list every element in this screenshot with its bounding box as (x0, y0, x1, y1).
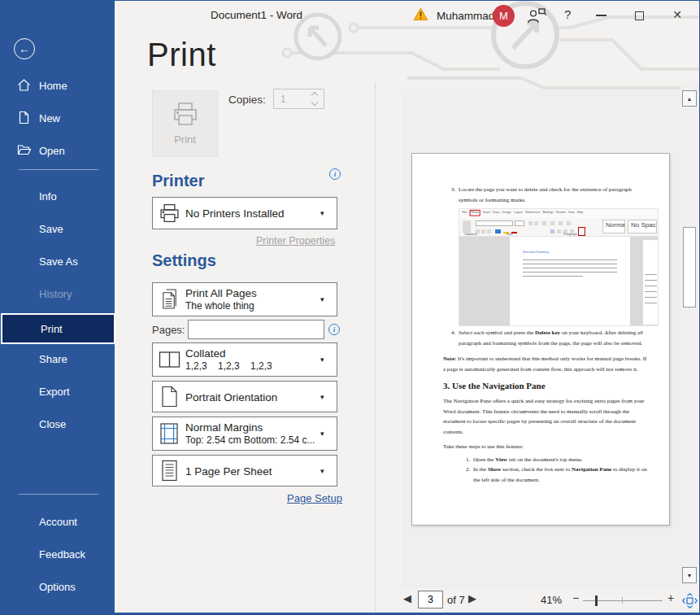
sidebar-item-print[interactable]: Print (1, 313, 115, 344)
sidebar-item-home[interactable]: Home (1, 71, 115, 100)
scroll-up-button[interactable]: ▲ (682, 90, 697, 107)
printer-section-heading: Printer (152, 172, 204, 190)
ribbon-tab: References (525, 210, 540, 216)
print-all-pages-icon (153, 288, 185, 311)
back-button[interactable]: ← (14, 38, 35, 59)
orientation-title: Portrait Orientation (185, 391, 277, 403)
home-icon (17, 78, 31, 94)
account-user-name[interactable]: Muhammad (437, 10, 494, 22)
page-title: Print (147, 37, 216, 73)
pages-label: Pages: (152, 324, 185, 336)
zoom-percent-label[interactable]: 41% (541, 594, 562, 606)
page-setup-link[interactable]: Page Setup (287, 492, 342, 504)
preview-page-content: 3. Locate the page you want to delete an… (412, 154, 669, 525)
scroll-up-icon: ▲ (687, 96, 693, 102)
mini-side-card (643, 240, 659, 325)
printer-properties-link: Printer Properties (256, 235, 335, 246)
sidebar-item-save-as[interactable]: Save As (1, 246, 115, 276)
printer-info-icon[interactable]: i (329, 168, 341, 180)
stepper-up-icon[interactable] (311, 92, 318, 98)
printer-icon (153, 203, 185, 223)
copies-label: Copies: (228, 94, 266, 106)
print-range-dropdown[interactable]: Print All Pages The whole thing ▾ (152, 282, 337, 316)
mini-document-page: Executive Summary (510, 237, 630, 326)
ribbon-tab: Review (556, 210, 566, 216)
share-contact-icon[interactable] (527, 7, 546, 28)
backstage-sidebar: ← Home New (1, 1, 115, 615)
close-icon: ✕ (672, 8, 682, 21)
ribbon-tab: Draw (493, 210, 499, 216)
zoom-to-page-icon (682, 593, 698, 608)
previous-page-button[interactable]: ◀ (403, 592, 411, 604)
sidebar-item-open[interactable]: Open (1, 136, 115, 165)
margins-title: Normal Margins (185, 421, 320, 434)
sidebar-item-close[interactable]: Close (1, 409, 115, 438)
current-page-input[interactable] (418, 591, 443, 608)
sidebar-item-save[interactable]: Save (1, 214, 115, 243)
help-icon[interactable]: ? (564, 7, 571, 21)
per-sheet-title: 1 Page Per Sheet (185, 465, 272, 478)
chevron-down-icon: ▾ (320, 355, 337, 364)
pages-input[interactable] (188, 320, 324, 339)
zoom-slider-thumb[interactable] (595, 595, 598, 606)
sidebar-item-options[interactable]: Options (1, 572, 115, 601)
print-preview-page: 3. Locate the page you want to delete an… (411, 153, 670, 526)
list-item-3: 3. Locate the page you want to delete an… (443, 185, 650, 205)
portrait-page-icon (153, 386, 185, 408)
document-heading: 3. Use the Navigation Pane (443, 380, 650, 391)
scrollbar-thumb[interactable] (683, 227, 696, 308)
sidebar-item-account[interactable]: Account (1, 507, 115, 536)
chevron-down-icon: ▾ (320, 430, 337, 438)
mini-document-area: Executive Summary (459, 237, 659, 326)
note-paragraph: Note: It's important to understand that … (443, 354, 650, 374)
sidebar-item-new[interactable]: New (1, 103, 115, 133)
pages-info-icon[interactable]: i (328, 324, 340, 335)
print-button[interactable]: Print (152, 90, 218, 157)
ribbon-tab: Design (502, 210, 511, 216)
ribbon-tab-bar: File Home Insert Draw Design Layout Refe… (459, 209, 659, 218)
next-page-button[interactable]: ▶ (468, 592, 476, 604)
zoom-out-button[interactable]: − (572, 591, 579, 604)
list-item-4: 4. Select each symbol and press the Dele… (443, 328, 650, 348)
sidebar-divider (19, 169, 98, 170)
chevron-down-icon: ▾ (320, 467, 337, 475)
margins-subtitle: Top: 2.54 cm Bottom: 2.54 c... (185, 434, 320, 446)
print-button-label: Print (174, 133, 196, 146)
settings-section-heading: Settings (152, 251, 216, 270)
stepper-down-icon[interactable] (311, 99, 318, 106)
steps-intro: Take these steps to use this feature: (443, 442, 650, 452)
collation-subtitle: 1,2,3 1,2,3 1,2,3 (185, 360, 320, 372)
copies-input[interactable] (274, 89, 307, 108)
preview-scrollbar[interactable] (680, 82, 698, 588)
close-button[interactable]: ✕ (668, 7, 686, 23)
pages-per-sheet-dropdown[interactable]: 1 Page Per Sheet ▾ (152, 455, 337, 486)
ribbon-tab-active: Home (470, 210, 480, 216)
minimize-icon (596, 15, 607, 16)
window-bottom-border (1, 613, 700, 614)
avatar[interactable]: M (493, 5, 515, 27)
zoom-slider-center-tick (622, 597, 623, 604)
collation-dropdown[interactable]: Collated 1,2,3 1,2,3 1,2,3 ▾ (152, 342, 337, 377)
mini-doc-heading: Executive Summary (523, 250, 642, 255)
sidebar-item-feedback[interactable]: Feedback (1, 539, 115, 569)
warning-icon[interactable] (413, 7, 428, 24)
body-paragraph: The Navigation Pane offers a quick and e… (443, 396, 650, 437)
preview-divider (375, 82, 376, 613)
sidebar-item-history: History (1, 279, 115, 308)
minimize-button[interactable] (592, 7, 610, 24)
printer-dropdown[interactable]: No Printers Installed ▾ (152, 197, 337, 229)
page-count-label: of 7 (447, 594, 465, 606)
orientation-dropdown[interactable]: Portrait Orientation ▾ (152, 381, 337, 412)
ribbon-tab: View (568, 210, 575, 216)
sidebar-item-export[interactable]: Export (1, 377, 115, 406)
maximize-button[interactable] (630, 7, 648, 24)
sidebar-item-info[interactable]: Info (1, 181, 115, 211)
sidebar-item-share[interactable]: Share (1, 344, 115, 373)
ribbon-tab: Help (577, 210, 583, 216)
zoom-to-page-button[interactable] (682, 593, 698, 612)
zoom-in-button[interactable]: + (667, 591, 674, 604)
margins-dropdown[interactable]: Normal Margins Top: 2.54 cm Bottom: 2.54… (152, 417, 337, 451)
copies-stepper[interactable] (273, 89, 324, 109)
new-document-icon (17, 111, 31, 127)
scroll-down-button[interactable]: ▼ (682, 567, 697, 583)
